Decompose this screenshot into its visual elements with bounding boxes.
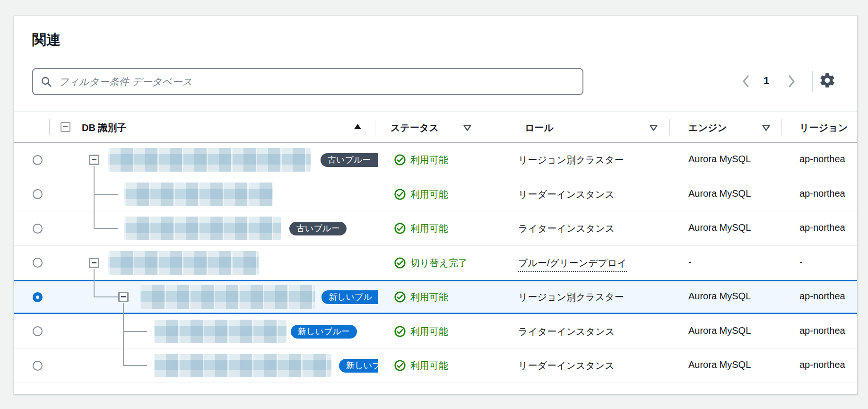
region-cell: ap-northea [799, 325, 845, 336]
status-label: 利用可能 [410, 188, 448, 201]
db-identifier-redacted[interactable] [154, 354, 331, 377]
status-label: 利用可能 [410, 153, 448, 166]
row-radio-selected[interactable] [33, 292, 43, 302]
page: 関連 1 [0, 0, 868, 409]
status-success-icon [394, 222, 406, 235]
row-radio[interactable] [33, 224, 43, 234]
table-row[interactable]: 新しいブ利用可能リーダーインスタンスAurora MySQLap-northea [14, 348, 858, 383]
table-row[interactable]: 切り替え完了ブルー/グリーンデプロイ-- [14, 246, 858, 280]
deployment-badge: 新しいブル [321, 290, 378, 304]
status-cell: 利用可能 [394, 359, 448, 372]
deployment-badge: 古いブルー [321, 153, 378, 167]
column-divider [375, 119, 375, 135]
status-success-icon [394, 257, 406, 269]
column-header-region[interactable]: リージョン [799, 122, 848, 134]
column-header-engine[interactable]: エンジン [688, 122, 727, 134]
role-cell: ライターインスタンス [518, 222, 615, 235]
table-row[interactable]: 古いブルー利用可能ライターインスタンスAurora MySQLap-northe… [14, 211, 858, 246]
status-success-icon [394, 154, 406, 166]
filter-button-engine[interactable] [762, 124, 771, 133]
status-success-icon [394, 188, 406, 200]
engine-cell: Aurora MySQL [688, 188, 751, 199]
next-page-button[interactable] [786, 74, 797, 90]
status-cell: 利用可能 [394, 153, 448, 166]
toolbar-divider [812, 71, 813, 92]
role-cell: リーダーインスタンス [518, 188, 615, 201]
db-identifier-redacted[interactable] [154, 320, 286, 343]
region-cell: ap-northea [799, 291, 845, 302]
filter-button-role[interactable] [649, 124, 658, 133]
role-cell: リージョン別クラスター [518, 291, 624, 304]
engine-cell: Aurora MySQL [688, 291, 751, 302]
deployment-badge: 新しいブルー [291, 325, 357, 339]
db-identifier-redacted[interactable] [108, 148, 311, 172]
column-divider [669, 119, 670, 135]
settings-button[interactable] [819, 72, 836, 90]
status-cell: 切り替え完了 [394, 256, 468, 270]
chevron-left-icon [741, 74, 751, 89]
filter-caret-icon [762, 124, 771, 131]
table-body: 古いブルー利用可能リージョン別クラスターAurora MySQLap-north… [14, 143, 858, 383]
status-label: 切り替え完了 [410, 256, 468, 270]
region-cell: - [799, 257, 803, 268]
column-header-status[interactable]: ステータス [391, 122, 439, 134]
collapse-row-toggle[interactable] [89, 155, 99, 165]
sort-button[interactable] [354, 123, 362, 131]
panel-title: 関連 [32, 30, 61, 50]
status-cell: 利用可能 [394, 290, 448, 304]
status-label: 利用可能 [410, 325, 448, 338]
page-number-button[interactable]: 1 [764, 75, 769, 87]
collapse-row-toggle[interactable] [118, 292, 129, 302]
collapse-all-toggle[interactable] [61, 122, 70, 132]
status-label: 利用可能 [410, 359, 448, 372]
table-row[interactable]: 新しいブル利用可能リージョン別クラスターAurora MySQLap-north… [14, 280, 858, 314]
region-cell: ap-northea [799, 154, 845, 165]
status-cell: 利用可能 [394, 325, 448, 338]
table-row[interactable]: 新しいブルー利用可能ライターインスタンスAurora MySQLap-north… [14, 314, 858, 349]
status-success-icon [394, 359, 406, 372]
filter-caret-icon [463, 124, 472, 131]
row-radio[interactable] [33, 361, 43, 371]
column-header-role[interactable]: ロール [525, 122, 554, 134]
previous-page-button[interactable] [741, 74, 751, 90]
status-cell: 利用可能 [394, 222, 448, 235]
chevron-right-icon [786, 74, 797, 89]
search-icon [41, 76, 52, 87]
role-tooltip-link[interactable]: ブルー/グリーンデプロイ [518, 257, 627, 272]
engine-cell: Aurora MySQL [688, 154, 751, 165]
gear-icon [819, 72, 836, 89]
table-header: DB 識別子 ステータス ロール エンジン [14, 111, 858, 143]
status-cell: 利用可能 [394, 188, 448, 201]
region-cell: ap-northea [799, 359, 845, 370]
table-footer [14, 383, 858, 395]
engine-cell: Aurora MySQL [688, 359, 751, 370]
row-radio[interactable] [33, 155, 43, 165]
db-identifier-redacted[interactable] [124, 217, 281, 240]
column-divider [482, 119, 482, 135]
column-header-db-identifier[interactable]: DB 識別子 [82, 122, 126, 134]
engine-cell: Aurora MySQL [688, 325, 751, 336]
column-divider [49, 119, 50, 135]
deployment-badge: 新しいブ [339, 359, 378, 373]
region-cell: ap-northea [799, 222, 845, 233]
row-radio[interactable] [33, 189, 43, 199]
table-row[interactable]: 利用可能リーダーインスタンスAurora MySQLap-northea [14, 177, 858, 212]
region-cell: ap-northea [799, 188, 845, 199]
engine-cell: - [688, 257, 692, 268]
search-input[interactable] [58, 76, 575, 88]
deployment-badge: 古いブルー [289, 222, 347, 235]
filter-button-status[interactable] [463, 124, 472, 133]
table-row[interactable]: 古いブルー利用可能リージョン別クラスターAurora MySQLap-north… [14, 143, 858, 177]
row-radio[interactable] [33, 326, 43, 336]
status-label: 利用可能 [410, 290, 448, 304]
column-divider [781, 119, 782, 135]
status-success-icon [394, 325, 406, 338]
db-identifier-redacted[interactable] [124, 183, 273, 206]
status-label: 利用可能 [410, 222, 448, 235]
db-identifier-redacted[interactable] [140, 285, 315, 309]
db-identifier-redacted[interactable] [108, 251, 259, 275]
row-radio[interactable] [33, 258, 43, 268]
collapse-row-toggle[interactable] [89, 258, 99, 268]
sort-ascending-icon [354, 123, 362, 130]
role-cell: リーダーインスタンス [518, 359, 615, 372]
